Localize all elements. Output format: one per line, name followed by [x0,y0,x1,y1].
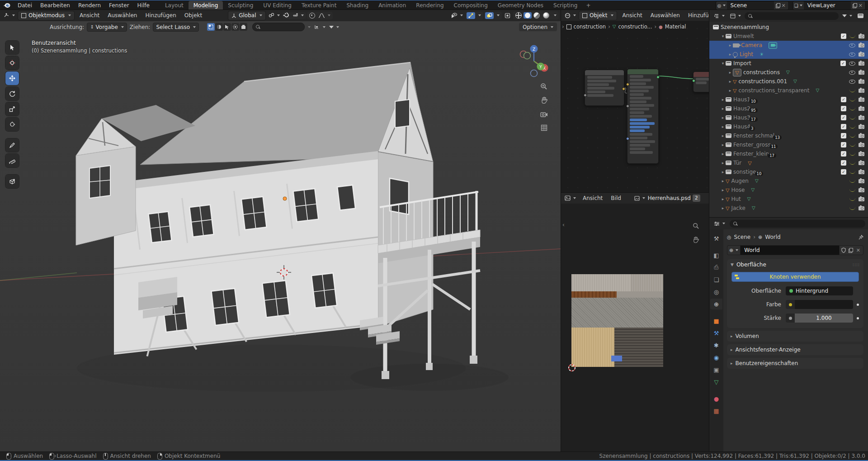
show-overlays-toggle[interactable] [485,12,494,19]
tab-sculpting[interactable]: Sculpting [223,1,258,10]
tool-search-input[interactable] [252,23,305,31]
disable-in-render-icon[interactable] [859,206,864,210]
panel-volumen[interactable]: ▸Volumen [727,331,863,342]
disable-in-render-icon[interactable] [859,125,864,129]
tool-presets-dropdown[interactable] [305,26,312,29]
viewport-menu-hinzufügen[interactable]: Hinzufügen [141,12,180,19]
select-mode-subtract[interactable] [223,23,231,31]
hidden-eye-icon[interactable] [849,152,855,156]
expand-arrow[interactable]: ▸ [720,197,726,201]
disable-in-render-icon[interactable] [859,116,864,120]
properties-tab-modifiers[interactable]: ⚒ [710,328,722,338]
disable-in-render-icon[interactable] [859,143,864,147]
browse-image-button[interactable] [632,195,647,201]
tab-uv-editing[interactable]: UV Editing [258,1,297,10]
collection-checkbox[interactable]: ✓ [840,61,846,66]
add-workspace-button[interactable]: + [582,2,594,9]
new-scene-icon[interactable] [776,3,780,8]
tab-modeling[interactable]: Modeling [189,1,223,10]
collapse-arrow[interactable]: ▸ [731,347,733,352]
disable-in-render-icon[interactable] [859,89,864,93]
gizmo-minus-z-axis[interactable] [531,70,538,77]
outliner-row-constructions-transparent[interactable]: ▸▽constructions_transparent▽ [709,86,868,95]
blender-logo-icon[interactable] [0,3,14,8]
tool-measure[interactable] [5,154,19,167]
expand-arrow[interactable]: ▸ [727,52,733,57]
proportional-editing-toggle[interactable] [308,12,316,19]
select-mode-intersect[interactable] [240,23,247,31]
menu-datei[interactable]: Datei [14,2,36,9]
properties-tab-physics[interactable]: ◉ [710,352,722,363]
strength-slider[interactable]: 1.000 [795,314,853,323]
expand-arrow[interactable]: ▸ [720,179,726,183]
outliner-row-hose[interactable]: ▸▽Hose▽ [709,185,868,195]
viewport-menu-objekt[interactable]: Objekt [180,12,206,19]
image-menu-bild[interactable]: Bild [607,195,625,201]
filter-dropdown[interactable] [327,25,341,29]
disable-in-render-icon[interactable] [859,179,864,183]
outliner-row-haus1[interactable]: ▸Haus110✓ [709,95,868,104]
properties-tab-object[interactable]: ■ [710,315,722,326]
collection-checkbox[interactable]: ✓ [841,142,846,147]
node-canvas[interactable]: › construction › ▽ constructio... › ● Ma… [561,21,709,192]
disable-in-render-icon[interactable] [859,188,864,192]
expand-arrow[interactable]: ▸ [720,161,726,165]
pan-hand-icon[interactable] [691,234,701,244]
breadcrumb-scene[interactable]: Scene [734,234,751,240]
tool-transform[interactable] [5,118,19,131]
pan-hand-icon[interactable] [539,95,549,105]
image-name[interactable]: Herrenhaus.psd [648,195,691,201]
region-toggle-arrow[interactable]: ‹ [562,222,565,228]
viewlayer-icon[interactable]: ❏ [793,1,804,10]
tool-annotate[interactable] [5,138,19,152]
expand-arrow[interactable]: ▸ [720,152,726,156]
new-viewlayer-icon[interactable] [853,3,857,8]
tool-move[interactable] [5,71,19,85]
hidden-eye-icon[interactable] [849,107,855,110]
overlays-dropdown[interactable] [494,14,501,17]
options-button[interactable]: Optionen [519,23,557,31]
outliner-row-import[interactable]: ▾Import✓ [709,59,868,68]
hidden-eye-icon[interactable] [849,98,855,101]
pivot-point-dropdown[interactable] [267,12,282,19]
color-swatch-field[interactable] [795,300,853,309]
collapse-arrow[interactable]: ▼ [731,262,734,267]
outliner-row-hut[interactable]: ▸▽Hut▽ [709,195,868,204]
zoom-tool-icon[interactable] [539,81,549,91]
collection-checkbox[interactable]: ✓ [841,160,846,166]
editor-type-button[interactable] [563,12,578,19]
tab-scripting[interactable]: Scripting [548,1,582,10]
select-mode-extend[interactable] [215,23,223,31]
hidden-eye-icon[interactable] [849,143,855,147]
expand-arrow[interactable]: ▸ [720,143,726,147]
collapse-arrow[interactable]: ▸ [731,361,733,366]
expand-arrow[interactable]: ▸ [720,206,726,210]
disable-in-render-icon[interactable] [859,152,864,156]
unlink-world-icon[interactable]: ✕ [855,247,861,253]
mode-dropdown[interactable]: Objektmodus [18,11,75,20]
pin-icon[interactable] [859,235,863,240]
properties-tab-material[interactable]: ● [710,393,722,404]
collection-checkbox[interactable]: ✓ [841,115,846,120]
outliner-row-t-r[interactable]: ▸Tür▽✓ [709,158,868,167]
node-menu-hinzufügen[interactable]: Hinzufügen [684,12,709,19]
hidden-eye-icon[interactable] [849,116,855,119]
disable-in-render-icon[interactable] [859,62,864,66]
expand-arrow[interactable]: ▸ [727,79,733,84]
scene-selector[interactable]: ◎ Scene ✕ [716,1,789,10]
new-world-icon[interactable] [849,248,853,252]
hide-eye-icon[interactable] [849,80,855,84]
properties-tab-constraints[interactable]: ▣ [710,364,722,375]
animate-color-dot[interactable] [857,304,859,306]
editor-type-button[interactable] [2,12,17,19]
hide-eye-icon[interactable] [849,71,855,75]
scene-icon[interactable]: ◎ [716,1,727,10]
world-name-field[interactable]: World [741,245,839,255]
shading-dropdown[interactable] [551,14,558,17]
shading-material-button[interactable] [532,12,541,19]
show-gizmo-toggle[interactable] [467,12,475,19]
select-mode-invert[interactable] [231,23,239,31]
hidden-eye-icon[interactable] [849,188,855,192]
expand-arrow[interactable]: ▸ [727,70,733,75]
select-mode-new[interactable] [207,23,215,31]
